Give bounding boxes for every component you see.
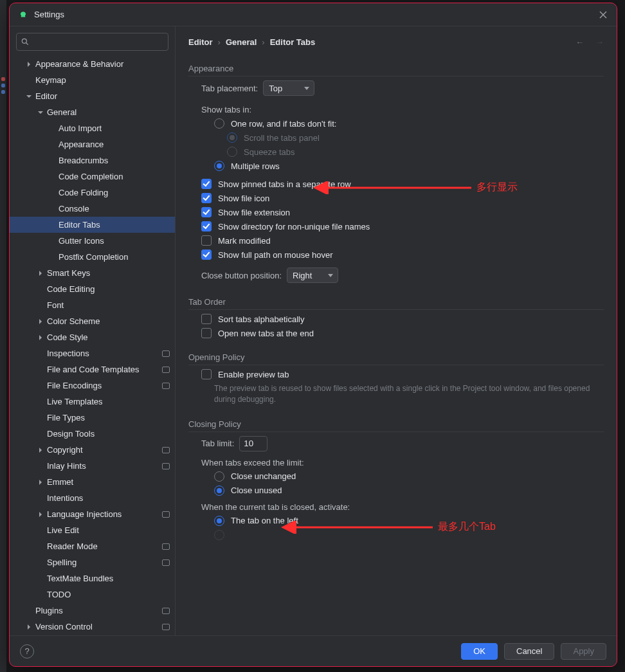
tree-item-emmet[interactable]: Emmet <box>10 474 175 490</box>
tree-item-file-and-code-templates[interactable]: File and Code Templates <box>10 361 175 377</box>
chevron-down-icon[interactable] <box>25 93 33 100</box>
tree-item-console[interactable]: Console <box>10 201 175 217</box>
tree-item-editor-tabs[interactable]: Editor Tabs <box>10 217 175 233</box>
tree-item-code-editing[interactable]: Code Editing <box>10 281 175 297</box>
tree-item-smart-keys[interactable]: Smart Keys <box>10 265 175 281</box>
tree-item-keymap[interactable]: Keymap <box>10 72 175 88</box>
chevron-right-icon[interactable] <box>37 478 44 486</box>
chevron-right-icon[interactable] <box>37 318 44 325</box>
app-icon <box>19 10 28 19</box>
project-scope-icon <box>162 367 170 373</box>
tree-item-language-injections[interactable]: Language Injections <box>10 506 175 522</box>
tree-item-inlay-hints[interactable]: Inlay Hints <box>10 458 175 474</box>
tree-item-textmate-bundles[interactable]: TextMate Bundles <box>10 570 175 586</box>
apply-button[interactable]: Apply <box>561 643 606 660</box>
crumb-1[interactable]: General <box>226 37 257 47</box>
tree-item-spelling[interactable]: Spelling <box>10 554 175 570</box>
settings-tree: Appearance & BehaviorKeymapEditorGeneral… <box>10 55 175 635</box>
tree-item-gutter-icons[interactable]: Gutter Icons <box>10 233 175 249</box>
chevron-right-icon[interactable] <box>25 623 33 631</box>
tree-item-todo[interactable]: TODO <box>10 586 175 603</box>
tree-item-live-edit[interactable]: Live Edit <box>10 522 175 538</box>
tree-item-file-types[interactable]: File Types <box>10 410 175 426</box>
tree-item-version-control[interactable]: Version Control <box>10 619 175 635</box>
project-scope-icon <box>162 383 170 389</box>
tree-item-live-templates[interactable]: Live Templates <box>10 394 175 410</box>
tree-item-appearance-behavior[interactable]: Appearance & Behavior <box>10 56 175 72</box>
check-mark-modified[interactable] <box>201 235 212 246</box>
chevron-right-icon[interactable] <box>37 511 44 518</box>
tree-item-file-encodings[interactable]: File Encodings <box>10 377 175 394</box>
radio-close-unused[interactable] <box>214 486 224 496</box>
check-show-pinned[interactable] <box>201 179 212 189</box>
tree-item-font[interactable]: Font <box>10 297 175 313</box>
tree-item-reader-mode[interactable]: Reader Mode <box>10 538 175 554</box>
tree-item-color-scheme[interactable]: Color Scheme <box>10 313 175 329</box>
help-icon[interactable]: ? <box>20 644 34 658</box>
tree-item-code-style[interactable]: Code Style <box>10 329 175 345</box>
tab-placement-select[interactable]: Top <box>263 80 314 96</box>
chevron-right-icon[interactable] <box>25 60 33 68</box>
tree-item-label: TODO <box>47 590 170 599</box>
close-btn-pos-select[interactable]: Right <box>287 268 338 283</box>
radio-multiple-rows[interactable] <box>214 161 224 171</box>
tree-item-inspections[interactable]: Inspections <box>10 345 175 361</box>
tree-item-label: Auto Import <box>59 123 170 133</box>
section-closing-policy: Closing Policy <box>188 419 604 432</box>
radio-squeeze-tabs <box>227 147 237 157</box>
radio-tab-left[interactable] <box>214 516 224 526</box>
tree-item-plugins[interactable]: Plugins <box>10 603 175 619</box>
tree-item-label: Appearance & Behavior <box>35 59 170 69</box>
chevron-right-icon[interactable] <box>37 269 44 277</box>
tree-item-general[interactable]: General <box>10 104 175 120</box>
check-show-file-ext[interactable] <box>201 207 212 217</box>
tab-placement-label: Tab placement: <box>201 84 258 93</box>
check-enable-preview[interactable] <box>201 369 212 379</box>
tree-item-design-tools[interactable]: Design Tools <box>10 426 175 442</box>
tree-item-label: Code Completion <box>59 172 170 181</box>
tree-item-label: Code Folding <box>59 188 170 197</box>
tree-item-code-completion[interactable]: Code Completion <box>10 168 175 185</box>
dialog-footer: ? OK Cancel Apply <box>10 635 617 666</box>
tree-item-editor[interactable]: Editor <box>10 88 175 104</box>
crumb-2[interactable]: Editor Tabs <box>270 37 316 47</box>
chevron-right-icon[interactable] <box>37 446 44 454</box>
tree-item-label: Code Style <box>47 332 170 342</box>
tree-item-label: Design Tools <box>47 429 170 439</box>
check-show-dir-non-unique[interactable] <box>201 221 212 232</box>
tree-item-intentions[interactable]: Intentions <box>10 490 175 506</box>
tree-item-label: Color Scheme <box>47 316 170 326</box>
tree-item-breadcrumbs[interactable]: Breadcrumbs <box>10 152 175 168</box>
tree-item-code-folding[interactable]: Code Folding <box>10 185 175 201</box>
tree-item-label: Appearance <box>59 140 170 149</box>
crumb-0[interactable]: Editor <box>188 37 213 47</box>
tree-item-label: Plugins <box>35 606 162 615</box>
chevron-down-icon[interactable] <box>37 109 44 116</box>
radio-close-unchanged[interactable] <box>214 471 224 482</box>
nav-fwd-icon[interactable]: → <box>595 37 604 47</box>
check-show-full-path[interactable] <box>201 250 212 260</box>
tree-item-copyright[interactable]: Copyright <box>10 442 175 458</box>
ok-button[interactable]: OK <box>461 643 498 660</box>
radio-one-row[interactable] <box>214 118 224 129</box>
tree-item-label: TextMate Bundles <box>47 574 170 583</box>
cancel-button[interactable]: Cancel <box>504 643 554 660</box>
tab-limit-label: Tab limit: <box>201 439 234 448</box>
tree-item-label: Spelling <box>47 558 162 567</box>
tree-item-label: Inspections <box>47 349 162 358</box>
tree-item-auto-import[interactable]: Auto Import <box>10 120 175 136</box>
search-input[interactable] <box>16 33 168 51</box>
tree-item-label: Inlay Hints <box>47 461 162 471</box>
radio-tab-right[interactable] <box>214 530 224 540</box>
tree-item-postfix-completion[interactable]: Postfix Completion <box>10 249 175 265</box>
project-scope-icon <box>162 559 170 566</box>
check-open-end[interactable] <box>201 328 212 338</box>
tree-item-appearance[interactable]: Appearance <box>10 136 175 152</box>
nav-back-icon[interactable]: ← <box>575 37 584 47</box>
tab-limit-input[interactable] <box>239 436 267 451</box>
chevron-right-icon[interactable] <box>37 334 44 341</box>
check-show-file-icon[interactable] <box>201 193 212 203</box>
check-sort-alpha[interactable] <box>201 314 212 324</box>
close-icon[interactable] <box>599 10 608 19</box>
titlebar: Settings <box>10 3 617 26</box>
